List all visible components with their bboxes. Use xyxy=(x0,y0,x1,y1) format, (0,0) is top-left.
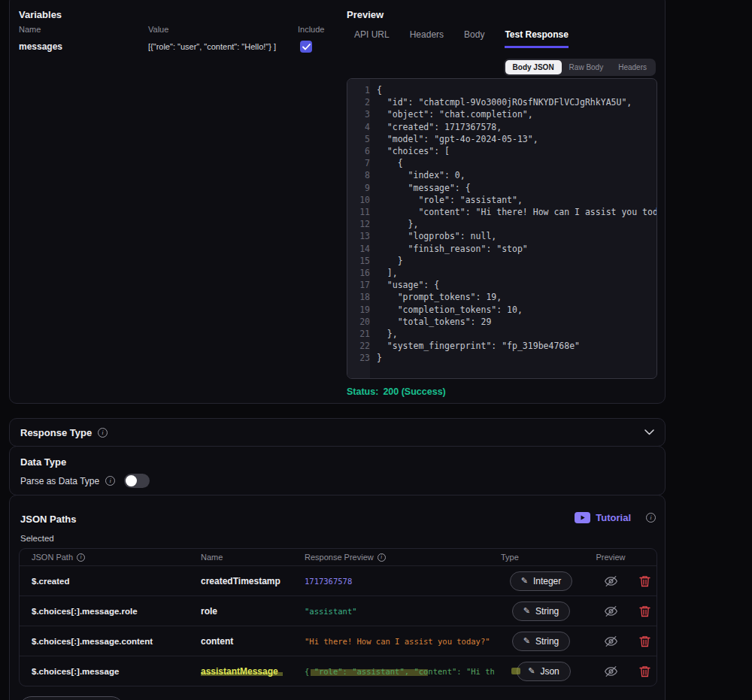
preview-visibility-toggle[interactable] xyxy=(588,605,633,617)
response-type-section[interactable]: Response Type i xyxy=(9,418,666,447)
code-line: "created": 1717367578, xyxy=(347,121,656,133)
info-icon[interactable]: i xyxy=(98,428,108,438)
tab-body[interactable]: Body xyxy=(464,29,484,48)
json-path-field[interactable]: $.choices[:].message.content xyxy=(32,637,201,646)
selected-label: Selected xyxy=(20,534,54,543)
code-line: { xyxy=(347,84,656,96)
data-type-title: Data Type xyxy=(20,456,66,468)
tab-test-response[interactable]: Test Response xyxy=(505,29,568,48)
tutorial-link[interactable]: Tutorial xyxy=(575,512,631,523)
include-checkbox[interactable] xyxy=(300,41,312,53)
variable-name: messages xyxy=(19,41,148,52)
app-page: Variables Name Value Include messages [{… xyxy=(0,0,752,700)
status-line: Status: 200 (Success) xyxy=(347,386,446,397)
variable-row: messages [{"role": "user", "content": "H… xyxy=(19,41,335,53)
pencil-icon: ✎ xyxy=(523,636,530,646)
request-test-panel: Variables Name Value Include messages [{… xyxy=(9,0,666,404)
info-icon[interactable]: i xyxy=(378,553,386,562)
json-path-field[interactable]: $.choices[:].message.role xyxy=(32,607,201,616)
tab-api-url[interactable]: API URL xyxy=(354,29,390,48)
code-line: "choices": [ xyxy=(347,145,656,157)
info-icon[interactable]: i xyxy=(646,513,656,523)
code-line: "prompt_tokens": 19, xyxy=(347,291,656,303)
segment-headers[interactable]: Headers xyxy=(611,60,654,74)
col-preview: Preview xyxy=(588,553,633,562)
preview-visibility-toggle[interactable] xyxy=(588,665,633,677)
info-icon[interactable]: i xyxy=(105,476,115,486)
segment-raw-body[interactable]: Raw Body xyxy=(562,60,611,74)
col-name: Name xyxy=(201,553,305,562)
delete-path-button[interactable] xyxy=(633,605,656,617)
pencil-icon: ✎ xyxy=(521,576,528,586)
preview-visibility-toggle[interactable] xyxy=(588,635,633,647)
variables-col-name: Name xyxy=(19,25,148,34)
eye-off-icon xyxy=(604,665,618,677)
eye-off-icon xyxy=(604,605,618,617)
tutorial-label: Tutorial xyxy=(596,512,631,523)
table-row: $.created createdTimestamp 1717367578 ✎I… xyxy=(20,565,656,595)
table-row: $.choices[:].message.content content "Hi… xyxy=(20,626,656,656)
variables-title: Variables xyxy=(19,9,62,20)
data-type-section: Data Type Parse as Data Type i xyxy=(9,446,666,495)
path-name-field[interactable]: content xyxy=(201,636,305,647)
trash-icon xyxy=(639,635,650,647)
chevron-down-icon[interactable] xyxy=(644,429,654,435)
path-name-field[interactable]: assistantMessage xyxy=(201,666,283,677)
type-button[interactable]: ✎String xyxy=(512,632,571,651)
segment-body-json[interactable]: Body JSON xyxy=(505,60,562,74)
tab-headers[interactable]: Headers xyxy=(410,29,444,48)
type-button[interactable]: ✎Json xyxy=(517,662,571,681)
toggle-knob xyxy=(126,475,137,486)
pencil-icon: ✎ xyxy=(528,666,535,676)
code-line: ], xyxy=(347,267,656,279)
type-button[interactable]: ✎Integer xyxy=(510,571,573,591)
path-name-field[interactable]: role xyxy=(201,606,305,617)
json-path-field[interactable]: $.created xyxy=(32,577,201,586)
status-value: 200 (Success) xyxy=(383,386,445,397)
code-line: "usage": { xyxy=(347,279,656,291)
preview-visibility-toggle[interactable] xyxy=(588,575,633,587)
youtube-icon xyxy=(575,512,590,523)
code-lines: { "id": "chatcmpl-9Vo3000jROsfNKYDFlVCJg… xyxy=(347,84,656,365)
code-line: "id": "chatcmpl-9Vo3000jROsfNKYDFlVCJgRh… xyxy=(347,96,656,108)
response-preview-value: 1717367578 xyxy=(305,577,494,586)
pencil-icon: ✎ xyxy=(523,606,530,616)
path-name-field[interactable]: createdTimestamp xyxy=(201,576,305,586)
code-line: "logprobs": null, xyxy=(347,230,656,242)
delete-path-button[interactable] xyxy=(633,665,656,677)
code-line: "index": 0, xyxy=(347,169,656,181)
checkmark-icon xyxy=(302,44,311,50)
parse-data-type-toggle[interactable] xyxy=(124,474,150,488)
add-path-button[interactable] xyxy=(19,696,124,700)
code-line: "completion_tokens": 10, xyxy=(347,304,656,316)
variable-value-field[interactable]: [{"role": "user", "content": "Hello!"} ] xyxy=(148,42,298,51)
preview-title: Preview xyxy=(347,9,384,20)
col-json-path: JSON Pathi xyxy=(32,553,201,562)
response-preview-value: "assistant" xyxy=(305,607,494,616)
code-line: }, xyxy=(347,218,656,230)
parse-as-data-type-row: Parse as Data Type i xyxy=(20,474,150,488)
eye-off-icon xyxy=(604,635,618,647)
json-path-field[interactable]: $.choices[:].message xyxy=(32,667,201,676)
code-line: "message": { xyxy=(347,182,656,194)
response-view-toggle: Body JSON Raw Body Headers xyxy=(504,59,656,76)
eye-off-icon xyxy=(604,575,618,587)
code-line: "role": "assistant", xyxy=(347,194,656,206)
code-line: { xyxy=(347,157,656,169)
trash-icon xyxy=(639,605,650,617)
code-line: "object": "chat.completion", xyxy=(347,108,656,120)
response-type-title: Response Type xyxy=(20,427,92,438)
delete-path-button[interactable] xyxy=(633,575,656,587)
delete-path-button[interactable] xyxy=(633,635,656,647)
table-row: $.choices[:].message.role role "assistan… xyxy=(20,595,656,626)
code-line: "system_fingerprint": "fp_319be4768e" xyxy=(347,340,656,352)
response-code-editor[interactable]: { "id": "chatcmpl-9Vo3000jROsfNKYDFlVCJg… xyxy=(347,78,657,379)
code-line: "model": "gpt-4o-2024-05-13", xyxy=(347,133,656,145)
status-label: Status: xyxy=(347,386,378,397)
response-preview-value: "Hi there! How can I assist you today?" xyxy=(305,637,494,646)
json-paths-title: JSON Paths xyxy=(20,514,76,525)
code-line: }, xyxy=(347,328,656,340)
type-button[interactable]: ✎String xyxy=(512,602,571,621)
json-paths-actions: Tutorial i xyxy=(575,512,656,523)
info-icon[interactable]: i xyxy=(77,553,85,562)
